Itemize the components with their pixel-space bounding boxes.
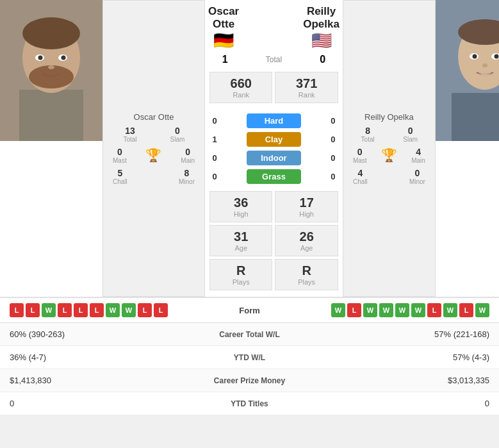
left-grid-stats: 13 Total 0 Slam <box>106 126 201 143</box>
svg-point-7 <box>38 56 43 60</box>
left-panel: Oscar Otte 13 Total 0 Slam 0 <box>0 0 205 297</box>
rank-row: 660 Rank 371 Rank <box>208 71 339 104</box>
form-label: Form <box>224 306 275 315</box>
surfaces-section: 0 Hard 0 1 Clay 0 0 Indoor 0 0 Grass 0 <box>208 112 339 186</box>
total-label: Total <box>241 55 306 64</box>
svg-point-16 <box>472 54 477 59</box>
svg-point-3 <box>22 17 80 49</box>
svg-point-18 <box>482 63 487 67</box>
right-form-badge-w: W <box>443 303 457 317</box>
surface-row-grass: 0 Grass 0 <box>208 167 339 186</box>
left-form-badges: LLWLLLWWLL <box>10 303 220 317</box>
left-player-photo <box>0 0 102 141</box>
left-form-badge-w: W <box>106 303 120 317</box>
left-total-cell: 13 Total <box>110 126 151 143</box>
right-slam-cell: 0 Slam <box>392 126 429 143</box>
right-info-box: Reilly Opelka 8 Total 0 Slam 0 <box>343 0 436 297</box>
stats-row-3: 0 YTD Titles 0 <box>0 392 499 415</box>
left-trophy-row: 0 Mast 🏆 0 Main <box>106 147 201 164</box>
svg-point-8 <box>61 56 66 60</box>
total-row: 1 Total 0 <box>208 54 339 65</box>
right-grid-stats: 8 Total 0 Slam <box>347 126 432 143</box>
right-form-badge-w: W <box>363 303 377 317</box>
left-form-badge-l: L <box>74 303 88 317</box>
svg-point-9 <box>48 65 54 69</box>
stats-row-1: 36% (4-7) YTD W/L 57% (4-3) <box>0 346 499 369</box>
main-container: Oscar Otte 13 Total 0 Slam 0 <box>0 0 499 415</box>
svg-rect-11 <box>452 93 499 141</box>
left-minor-cell: 8 Minor <box>179 168 195 185</box>
right-form-badge-w: W <box>395 303 409 317</box>
surface-row-clay: 1 Clay 0 <box>208 130 339 149</box>
right-main-cell: 4 Main <box>411 147 425 164</box>
left-form-badge-l: L <box>138 303 152 317</box>
left-form-badge-l: L <box>90 303 104 317</box>
left-form-badge-l: L <box>26 303 40 317</box>
left-form-badge-w: W <box>42 303 56 317</box>
names-row: Oscar Otte 🇩🇪 Reilly Opelka 🇺🇸 <box>208 5 339 51</box>
right-form-badge-w: W <box>411 303 425 317</box>
svg-rect-1 <box>19 90 83 141</box>
right-minor-cell: 0 Minor <box>409 168 425 185</box>
right-mast-cell: 0 Mast <box>353 147 367 164</box>
stats-table: 60% (390-263) Career Total W/L 57% (221-… <box>0 322 499 415</box>
left-card-name: Oscar Otte <box>134 112 174 122</box>
right-total-wins: 0 <box>306 54 339 65</box>
left-form-badge-l: L <box>58 303 72 317</box>
right-player-photo <box>436 0 499 141</box>
left-chall-cell: 5 Chall <box>113 168 127 185</box>
right-trophy-icon: 🏆 <box>381 147 397 163</box>
right-rank-box: 371 Rank <box>274 71 339 104</box>
age-row: 31 Age 26 Age <box>208 224 339 258</box>
surface-row-hard: 0 Hard 0 <box>208 112 339 130</box>
form-section: LLWLLLWWLL Form WLWWWWLWLW <box>0 297 499 322</box>
total-header <box>239 5 303 51</box>
high-row: 36 High 17 High <box>208 190 339 224</box>
right-form-badges: WLWWWWLWLW <box>279 303 490 317</box>
left-slam-cell: 0 Slam <box>157 126 198 143</box>
svg-point-17 <box>494 54 498 59</box>
plays-row: R Plays R Plays <box>208 258 339 292</box>
right-total-cell: 8 Total <box>350 126 386 143</box>
right-chall-cell: 4 Chall <box>353 168 368 185</box>
center-panel: Oscar Otte 🇩🇪 Reilly Opelka 🇺🇸 1 Total 0 <box>205 0 343 297</box>
right-trophy-row: 0 Mast 🏆 4 Main <box>347 147 432 164</box>
right-form-badge-w: W <box>331 303 345 317</box>
right-form-badge-l: L <box>427 303 441 317</box>
stats-row-0: 60% (390-263) Career Total W/L 57% (221-… <box>0 323 499 346</box>
surface-row-indoor: 0 Indoor 0 <box>208 149 339 167</box>
left-info-box: Oscar Otte 13 Total 0 Slam 0 <box>102 0 205 297</box>
right-panel: Reilly Opelka 8 Total 0 Slam 0 <box>343 0 499 297</box>
right-form-badge-w: W <box>379 303 393 317</box>
right-name-header: Reilly Opelka 🇺🇸 <box>303 5 339 51</box>
right-chall-row: 4 Chall 0 Minor <box>347 168 432 185</box>
left-name-header: Oscar Otte 🇩🇪 <box>208 5 239 51</box>
left-rank-box: 660 Rank <box>208 71 274 104</box>
left-chall-row: 5 Chall 8 Minor <box>106 168 201 185</box>
left-form-badge-w: W <box>122 303 136 317</box>
left-mast-cell: 0 Mast <box>113 147 127 164</box>
stats-row-2: $1,413,830 Career Prize Money $3,013,335 <box>0 369 499 392</box>
right-form-badge-w: W <box>475 303 489 317</box>
left-main-cell: 0 Main <box>181 147 195 164</box>
left-total-wins: 1 <box>208 54 241 65</box>
right-card-name: Reilly Opelka <box>364 112 414 122</box>
right-form-badge-l: L <box>347 303 361 317</box>
top-section: Oscar Otte 13 Total 0 Slam 0 <box>0 0 499 297</box>
left-trophy-icon: 🏆 <box>145 147 161 163</box>
right-form-badge-l: L <box>459 303 473 317</box>
left-form-badge-l: L <box>154 303 168 317</box>
left-form-badge-l: L <box>10 303 24 317</box>
